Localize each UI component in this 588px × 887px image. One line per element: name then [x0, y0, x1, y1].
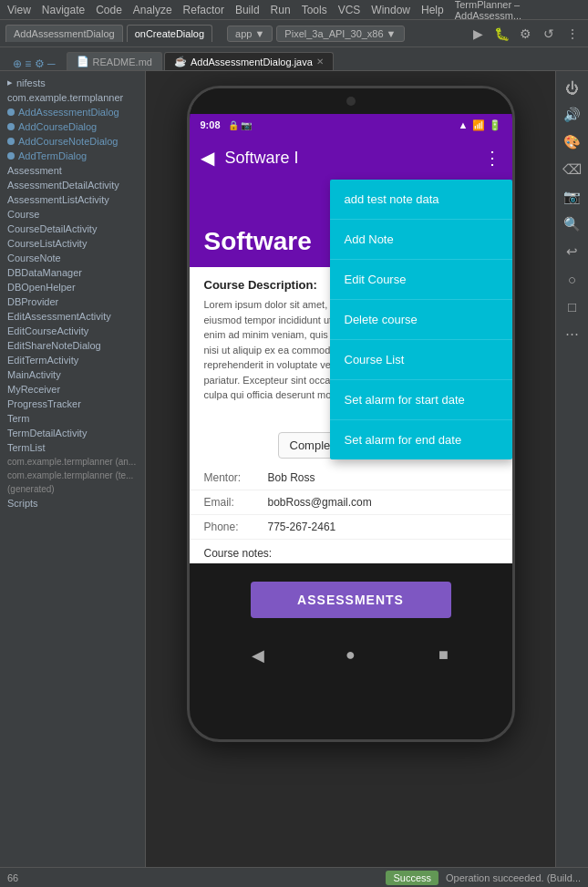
menu-item-course-list[interactable]: Course List — [330, 340, 512, 380]
sidebar-item-course[interactable]: Course — [0, 207, 145, 222]
file-icon: ☕ — [174, 56, 187, 67]
sidebar-item-package[interactable]: com.example.termplanner — [0, 90, 145, 105]
folder-icon: ▸ — [7, 77, 13, 88]
sidebar-item-assessment-detail[interactable]: AssessmentDetailActivity — [0, 178, 145, 192]
sidebar-item-generated[interactable]: (generated) — [0, 482, 145, 496]
email-value: bobRoss@gmail.com — [268, 496, 372, 509]
more-run-btn[interactable]: ⋮ — [562, 24, 583, 44]
breadcrumb-icons: ⊕ ≡ ⚙ ─ — [13, 57, 56, 70]
sidebar-item-course-detail[interactable]: CourseDetailActivity — [0, 222, 145, 236]
mentor-label: Mentor: — [204, 471, 268, 484]
main-area: ▸ nifests com.example.termplanner AddAss… — [0, 71, 588, 867]
back-button[interactable]: ◀ — [201, 147, 214, 169]
sidebar-item-add-term[interactable]: AddTermDialog — [0, 149, 145, 163]
close-icon[interactable]: ✕ — [316, 57, 324, 67]
sync-button[interactable]: ↺ — [539, 24, 559, 44]
zoom-in-button[interactable]: 🔍 — [560, 211, 585, 237]
run-button[interactable]: ▶ — [468, 24, 488, 44]
menu-item-alarm-end[interactable]: Set alarm for end date — [330, 420, 512, 459]
signal-icon: 📶 — [472, 119, 485, 131]
assessments-button[interactable]: ASSESSMENTS — [251, 582, 451, 618]
sidebar-item-edit-share[interactable]: EditShareNoteDialog — [0, 338, 145, 353]
more-options-button[interactable]: ⋯ — [560, 321, 585, 346]
app-dropdown[interactable]: app ▼ — [227, 26, 273, 42]
menu-view[interactable]: View — [7, 4, 31, 16]
sidebar-item-db-open[interactable]: DBOpenHelper — [0, 280, 145, 294]
sidebar-item-edit-course[interactable]: EditCourseActivity — [0, 324, 145, 338]
sidebar-item-edit-term[interactable]: EditTermActivity — [0, 353, 145, 367]
menu-build[interactable]: Build — [235, 4, 260, 16]
menu-refactor[interactable]: Refactor — [183, 4, 224, 16]
right-sidebar: ⏻ 🔊 🎨 ⌫ 📷 🔍 ↩ ○ □ ⋯ — [555, 71, 588, 867]
menu-item-edit-course[interactable]: Edit Course — [330, 260, 512, 300]
sidebar-item-term-detail[interactable]: TermDetailActivity — [0, 426, 145, 440]
square-button[interactable]: □ — [560, 294, 585, 319]
menu-code[interactable]: Code — [96, 4, 122, 16]
sidebar-item-assessment[interactable]: Assessment — [0, 163, 145, 178]
email-label: Email: — [204, 496, 268, 509]
nav-recent-button[interactable]: ■ — [429, 641, 459, 670]
sidebar-item-my-receiver[interactable]: MyReceiver — [0, 382, 145, 397]
class-dot-icon — [7, 152, 15, 160]
nav-back-button[interactable]: ◀ — [243, 641, 273, 670]
menu-item-add-test-note[interactable]: add test note data — [330, 180, 512, 220]
sidebar-item-add-assessment[interactable]: AddAssessmentDialog — [0, 105, 145, 119]
sidebar-item-progress-tracker[interactable]: ProgressTracker — [0, 397, 145, 411]
toolbar-tab-add-assessment[interactable]: AddAssessmentDialog — [5, 25, 123, 42]
more-button[interactable]: ⋮ — [483, 147, 501, 169]
sidebar-item-term-list[interactable]: TermList — [0, 440, 145, 455]
eraser-icon[interactable]: ⌫ — [560, 157, 585, 182]
menu-analyze[interactable]: Analyze — [133, 4, 172, 16]
operation-text: Operation succeeded. (Build... — [446, 872, 581, 883]
course-notes-label: Course notes: — [190, 540, 512, 563]
menu-run[interactable]: Run — [271, 4, 291, 16]
success-badge: Success — [386, 871, 438, 885]
sidebar-item-db-data[interactable]: DBDataManager — [0, 265, 145, 280]
sidebar-item-package-te[interactable]: com.example.termplanner (te... — [0, 469, 145, 482]
menu-vcs[interactable]: VCS — [338, 4, 361, 16]
class-dot-icon — [7, 138, 15, 145]
sidebar-item-scripts[interactable]: Scripts — [0, 496, 145, 511]
chevron-down-icon: ▼ — [387, 28, 397, 39]
app-bar: ◀ Software I ⋮ add test note data Add No… — [190, 136, 512, 180]
volume-button[interactable]: 🔊 — [560, 102, 585, 128]
sidebar-item-course-list[interactable]: CourseListActivity — [0, 236, 145, 251]
file-tab-readme[interactable]: 📄 README.md — [67, 52, 162, 70]
sidebar-item-manifests[interactable]: ▸ nifests — [0, 75, 145, 90]
power-button[interactable]: ⏻ — [560, 75, 585, 100]
menu-help[interactable]: Help — [421, 4, 444, 16]
screenshot-button[interactable]: 📷 — [560, 184, 585, 210]
brush-icon[interactable]: 🎨 — [560, 129, 585, 155]
menu-item-alarm-start[interactable]: Set alarm for start date — [330, 380, 512, 420]
nav-home-button[interactable]: ● — [336, 641, 366, 670]
sidebar-item-package-an[interactable]: com.example.termplanner (an... — [0, 455, 145, 469]
device-dropdown[interactable]: Pixel_3a_API_30_x86 ▼ — [276, 26, 404, 42]
battery-icon: 🔋 — [489, 119, 501, 131]
phone-label: Phone: — [204, 521, 268, 533]
sidebar-item-edit-assessment[interactable]: EditAssessmentActivity — [0, 309, 145, 324]
build-button[interactable]: ⚙ — [515, 24, 535, 44]
sidebar-item-term[interactable]: Term — [0, 411, 145, 426]
status-time: 9:08 — [201, 119, 221, 130]
sidebar-item-add-course-note[interactable]: AddCourseNoteDialog — [0, 134, 145, 149]
menu-navigate[interactable]: Navigate — [42, 4, 85, 16]
menu-tools[interactable]: Tools — [302, 4, 327, 16]
camera-dot — [346, 97, 356, 106]
debug-button[interactable]: 🐛 — [491, 24, 511, 44]
sidebar-item-course-note[interactable]: CourseNote — [0, 251, 145, 265]
toolbar-tab-on-create[interactable]: onCreateDialog — [127, 25, 212, 42]
menu-item-delete-course[interactable]: Delete course — [330, 300, 512, 340]
menu-window[interactable]: Window — [371, 4, 410, 16]
file-tab-add-assessment[interactable]: ☕ AddAssessmentDialog.java ✕ — [164, 52, 334, 70]
sidebar-item-add-course[interactable]: AddCourseDialog — [0, 119, 145, 134]
rotate-left-button[interactable]: ↩ — [560, 239, 585, 264]
circle-button[interactable]: ○ — [560, 266, 585, 292]
phone-navbar: ◀ ● ■ — [190, 636, 512, 675]
line-number: 66 — [7, 872, 18, 883]
sidebar-item-db-provider[interactable]: DBProvider — [0, 294, 145, 309]
menu-item-add-note[interactable]: Add Note — [330, 220, 512, 260]
class-dot-icon — [7, 123, 15, 130]
mentor-row: Mentor: Bob Ross — [190, 466, 512, 490]
sidebar-item-assessment-list[interactable]: AssessmentListActivity — [0, 192, 145, 207]
sidebar-item-main-activity[interactable]: MainActivity — [0, 367, 145, 382]
